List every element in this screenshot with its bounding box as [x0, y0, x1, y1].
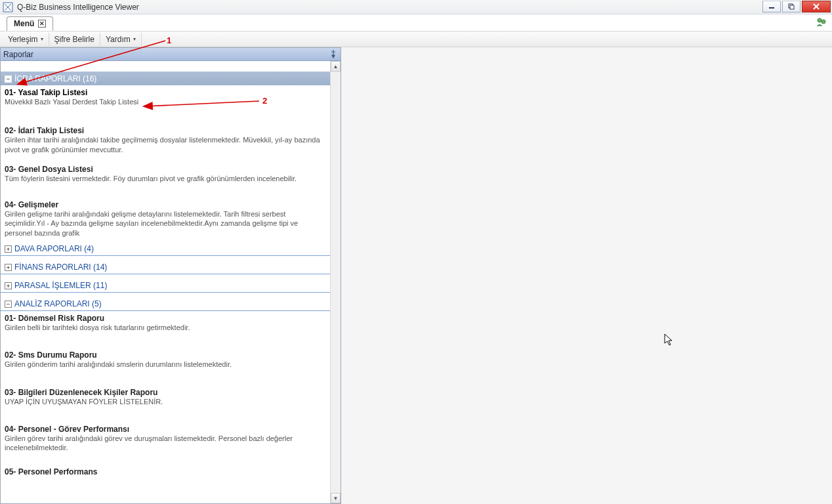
document-tabs: Menü ✕ [0, 14, 832, 32]
panel-title: Raporlar [3, 50, 33, 59]
group-icra[interactable]: − İCRA RAPORLARI (16) [1, 72, 330, 85]
menu-help-label: Yardım [106, 35, 131, 44]
svg-point-4 [818, 18, 822, 22]
maximize-button[interactable] [782, 1, 801, 12]
report-desc: UYAP İÇİN UYUŞMAYAN FÖYLER LİSTELENİR. [5, 397, 326, 406]
report-desc: Girilen görev tarihi aralığındaki görev … [5, 434, 326, 453]
group-analiz-items: 01- Dönemsel Risk Raporu Girilen belli b… [1, 311, 330, 480]
close-button[interactable] [802, 1, 831, 12]
group-finans-label: FİNANS RAPORLARI (14) [14, 262, 107, 272]
report-title: 01- Dönemsel Risk Raporu [5, 314, 326, 323]
vertical-scrollbar[interactable]: ▲ ▼ [330, 61, 341, 503]
report-title: 01- Yasal Takip Listesi [5, 88, 326, 97]
window-titlebar: Q-Biz Business Intelligence Viewer [0, 0, 832, 14]
chevron-down-icon: ▾ [41, 36, 43, 42]
group-analiz-label: ANALİZ RAPORLARI (5) [14, 299, 102, 308]
report-item[interactable]: 03- Bilgileri Düzenlenecek Kişiler Rapor… [5, 373, 326, 410]
close-icon[interactable]: ✕ [38, 20, 46, 28]
group-analiz[interactable]: − ANALİZ RAPORLARI (5) [1, 297, 330, 311]
menubar: Yerleşim ▾ Şifre Belirle Yardım ▾ [0, 32, 832, 47]
menu-password[interactable]: Şifre Belirle [49, 33, 100, 46]
report-item[interactable]: 05- Personel Performans [5, 457, 326, 480]
report-desc: Tüm föylerin listesini vermektedir. Föy … [5, 174, 326, 183]
main-viewer-area [341, 47, 832, 504]
svg-point-5 [822, 20, 825, 24]
tab-menu[interactable]: Menü ✕ [7, 16, 53, 31]
pin-icon[interactable] [329, 49, 338, 58]
report-item[interactable]: 02- Sms Durumu Raporu Girilen gönderim t… [5, 336, 326, 373]
annotation-2: 2 [262, 96, 267, 106]
report-desc: Müvekkil Bazlı Yasal Derdest Takip Liste… [5, 97, 326, 106]
report-desc: Girilen ihtar tarihi aralığındaki takibe… [5, 135, 326, 154]
annotation-1: 1 [167, 35, 171, 45]
users-icon[interactable] [816, 17, 827, 28]
group-parasal-label: PARASAL İŞLEMLER (11) [14, 281, 107, 290]
panel-body: − İCRA RAPORLARI (16) 01- Yasal Takip Li… [1, 61, 341, 503]
report-title: 04- Gelişmeler [5, 200, 326, 209]
report-item[interactable]: 01- Yasal Takip Listesi Müvekkil Bazlı Y… [5, 85, 326, 110]
group-dava[interactable]: + DAVA RAPORLARI (4) [1, 242, 330, 256]
tab-menu-label: Menü [14, 19, 34, 28]
minimize-button[interactable] [762, 1, 781, 12]
expand-icon[interactable]: + [5, 264, 12, 271]
scroll-down-button[interactable]: ▼ [331, 493, 341, 503]
group-parasal[interactable]: + PARASAL İŞLEMLER (11) [1, 278, 330, 293]
reports-panel: Raporlar − İCRA RAPORLARI (16) 01- Yasal… [0, 47, 341, 504]
report-item[interactable]: 02- İdari Takip Listesi Girilen ihtar ta… [5, 110, 326, 158]
report-title: 03- Bilgileri Düzenlenecek Kişiler Rapor… [5, 388, 326, 397]
menu-password-label: Şifre Belirle [54, 35, 94, 44]
group-icra-label: İCRA RAPORLARI (16) [14, 74, 96, 83]
group-dava-label: DAVA RAPORLARI (4) [14, 244, 94, 253]
svg-rect-3 [790, 5, 794, 9]
report-title: 02- Sms Durumu Raporu [5, 350, 326, 360]
report-item[interactable]: 04- Gelişmeler Girilen gelişme tarihi ar… [5, 187, 326, 242]
report-desc: Girilen belli bir tarihteki dosya risk t… [5, 323, 326, 332]
content-area: Raporlar − İCRA RAPORLARI (16) 01- Yasal… [0, 47, 832, 504]
report-title: 05- Personel Performans [5, 467, 326, 476]
cursor-icon [664, 333, 675, 350]
menu-layout-label: Yerleşim [8, 35, 38, 44]
report-desc: Girilen gelişme tarihi aralığındaki geli… [5, 209, 326, 238]
chevron-down-icon: ▾ [133, 36, 136, 42]
report-desc: Girilen gönderim tarihi aralığındaki sms… [5, 360, 326, 369]
scroll-up-button[interactable]: ▲ [331, 61, 341, 72]
expand-icon[interactable]: + [5, 245, 12, 253]
group-icra-items: 01- Yasal Takip Listesi Müvekkil Bazlı Y… [1, 85, 330, 242]
window-title: Q-Biz Business Intelligence Viewer [17, 3, 139, 12]
group-finans[interactable]: + FİNANS RAPORLARI (14) [1, 260, 330, 274]
report-title: 02- İdari Takip Listesi [5, 126, 326, 135]
report-title: 04- Personel - Görev Performansı [5, 425, 326, 434]
panel-header: Raporlar [1, 48, 341, 61]
app-icon [3, 2, 13, 12]
report-item[interactable]: 03- Genel Dosya Listesi Tüm föylerin lis… [5, 158, 326, 187]
menu-layout[interactable]: Yerleşim ▾ [3, 33, 49, 46]
expand-icon[interactable]: + [5, 282, 12, 289]
report-title: 03- Genel Dosya Listesi [5, 165, 326, 174]
collapse-icon[interactable]: − [5, 301, 12, 308]
report-item[interactable]: 04- Personel - Görev Performansı Girilen… [5, 410, 326, 457]
report-item[interactable]: 01- Dönemsel Risk Raporu Girilen belli b… [5, 311, 326, 336]
menu-help[interactable]: Yardım ▾ [100, 33, 142, 46]
collapse-icon[interactable]: − [5, 75, 12, 83]
